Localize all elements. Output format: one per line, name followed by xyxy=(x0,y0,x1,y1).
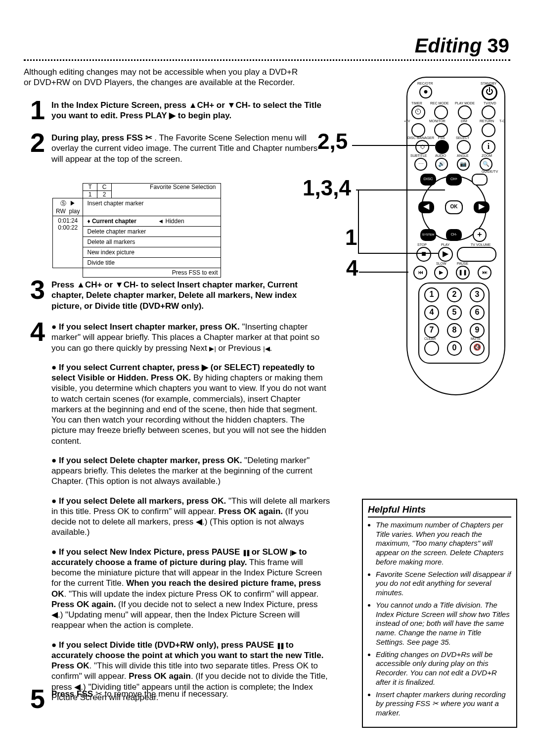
callout-vline-1 xyxy=(358,189,359,254)
left-icon xyxy=(51,610,58,619)
menu-t-label: T xyxy=(83,184,97,191)
rec-button: ● xyxy=(419,86,432,98)
fss-button xyxy=(435,140,449,154)
audio-label: AUDIO xyxy=(435,154,446,157)
ok-button: OK xyxy=(445,200,463,214)
s4-p5-rd: .) "Updating menu" will appear, then the… xyxy=(51,610,300,630)
s4-p2-rest: By hiding chapters or making them visibl… xyxy=(51,373,326,446)
s4-p6-a: If you select Divide title (DVD+RW only)… xyxy=(59,640,276,650)
angle-label: ANGLE xyxy=(457,154,469,157)
s4-p2-a: If you select Current chapter, press xyxy=(59,363,202,372)
digit-3: 3 xyxy=(470,287,485,302)
intro-text: Although editing changes may not be acce… xyxy=(24,67,301,88)
digit-1: 1 xyxy=(424,287,439,302)
menu-hidden: Hidden xyxy=(166,218,184,225)
return-button xyxy=(458,123,472,137)
prev-icon xyxy=(263,343,269,353)
tv-label: •TV xyxy=(404,119,410,123)
digit-5: 5 xyxy=(447,305,462,320)
menu-item-5: Divide title xyxy=(87,259,114,266)
menu-play: play xyxy=(69,208,80,215)
step-1: 1 In the Index Picture Screen, press CH+… xyxy=(24,99,325,130)
callout-line-134 xyxy=(356,189,445,190)
play-mode-label: PLAY MODE xyxy=(455,101,475,105)
volume-rocker xyxy=(457,247,496,262)
next-button: ⏭ xyxy=(478,266,491,280)
page-number: 39 xyxy=(488,35,510,56)
menu-item-0: Insert chapter marker xyxy=(87,200,143,207)
step-1-number: 1 xyxy=(24,99,51,130)
s1-b: CH+ or xyxy=(197,100,227,110)
callout-line-4 xyxy=(359,272,408,273)
page-title: Editing 39 xyxy=(415,35,509,57)
digit-0: 0 xyxy=(447,341,462,356)
s1-a: In the Index Picture Screen, press xyxy=(51,100,189,110)
s4-p5-rc: (If you decide not to select a new Index… xyxy=(116,600,317,609)
s4-p6-bold2: Press OK again xyxy=(129,671,191,681)
digit-7: 7 xyxy=(424,323,439,338)
stop-label: STOP xyxy=(417,243,427,246)
digit-2: 2 xyxy=(447,287,462,302)
play-button: ▶ xyxy=(438,247,453,262)
slow-label: SLOW xyxy=(436,262,446,265)
audio-button: 🔊 xyxy=(435,158,448,171)
select-label: SELECT xyxy=(456,136,469,140)
mute-button: 🔇 xyxy=(470,341,485,356)
fss-icon xyxy=(95,689,102,699)
fss-icon xyxy=(145,133,152,142)
monitor-label: MONITOR xyxy=(429,119,445,123)
hint-5: Insert chapter markers during recording … xyxy=(376,690,511,718)
ch-minus-button: CH- xyxy=(446,229,462,241)
menu-item-2: Delete chapter marker xyxy=(87,228,146,235)
digit-6: 6 xyxy=(470,305,485,320)
zoom-label: ZOOM xyxy=(482,154,492,157)
timer-button: ⏲ xyxy=(411,105,425,119)
menu-t-val: 1 xyxy=(83,191,97,198)
s4-p5-b: or SLOW xyxy=(249,547,290,557)
menu-footer: Press FSS to exit xyxy=(83,268,221,278)
prev-button: ⏮ xyxy=(413,266,427,280)
guide-tv-label: GUIDE/TV xyxy=(482,170,498,173)
s4-p1-bold: If you select Insert chapter marker, pre… xyxy=(59,322,240,331)
right-button: ▶ xyxy=(474,201,490,213)
slow-icon xyxy=(290,547,297,557)
s3-a: Press xyxy=(51,280,77,289)
menu-c-label: C xyxy=(97,184,112,191)
step-4-body: ● If you select Insert chapter marker, p… xyxy=(51,321,330,711)
step-3: 3 Press CH+ or CH- to select Insert chap… xyxy=(24,279,325,320)
callout-1-3-4: 1,3,4 xyxy=(303,176,351,200)
pause-icon xyxy=(276,640,283,650)
callout-line-1 xyxy=(358,253,438,254)
menu-item-1: Current chapter xyxy=(92,218,136,225)
next-icon xyxy=(209,343,216,353)
left-icon xyxy=(196,517,202,526)
hints-title: Helpful Hints xyxy=(368,504,511,518)
system-button: SYSTEM xyxy=(420,229,436,241)
tv-dvd-label: TV/DVD xyxy=(484,101,496,105)
menu-c-val: 2 xyxy=(97,191,112,198)
step-3-body: Press CH+ or CH- to select Insert chapte… xyxy=(51,279,325,320)
tv-volume-label: TV VOLUME xyxy=(471,243,490,246)
callout-1: 1 xyxy=(345,225,357,250)
select-button xyxy=(457,140,471,154)
step-4-number: 4 xyxy=(24,321,51,711)
hint-2: Favorite Scene Selection will disappear … xyxy=(376,570,511,598)
hint-1: The maximum number of Chapters per Title… xyxy=(376,520,511,567)
stop-button: ■ xyxy=(416,247,431,262)
down-icon xyxy=(115,280,124,289)
up-icon xyxy=(77,280,85,289)
s1-d: to begin play. xyxy=(176,111,231,120)
pause-icon xyxy=(242,547,249,557)
menu-time1: 0:01:24 xyxy=(58,217,78,224)
divider xyxy=(24,59,510,61)
digit-9: 9 xyxy=(470,323,485,338)
s3-b: CH+ or xyxy=(85,280,115,289)
step-4: 4 ● If you select Insert chapter marker,… xyxy=(24,321,330,711)
menu-item-4: New index picture xyxy=(87,249,134,256)
step-2-body: During play, press FSS . The Favorite Sc… xyxy=(51,132,325,173)
monitor-button xyxy=(411,123,425,137)
menu-fav-title: Favorite Scene Selection xyxy=(112,184,221,198)
s4-p1-c: . xyxy=(270,343,272,353)
step-5-body: Press FSS to remove the menu if necessar… xyxy=(51,688,228,710)
slow-button: ▶ xyxy=(434,266,448,280)
